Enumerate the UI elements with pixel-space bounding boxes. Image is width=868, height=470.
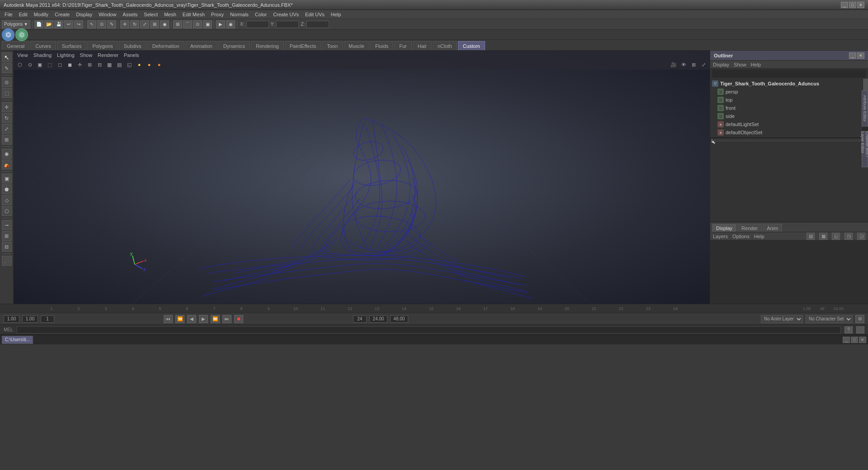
layer-toolbar-btn2[interactable]: ▦ [819, 233, 827, 240]
tree-item-objectset[interactable]: ◈ defaultObjectSet [710, 128, 863, 136]
extrude-btn[interactable]: ⬟ [2, 184, 12, 194]
context-dropdown[interactable]: Polygons ▼ [2, 20, 30, 28]
play-back-button[interactable]: ◀ [187, 315, 196, 323]
menu-edit-mesh[interactable]: Edit Mesh [180, 11, 208, 18]
close-button[interactable]: ✕ [857, 2, 864, 8]
layer-toolbar-btn3[interactable]: ◱ [832, 233, 840, 240]
tick-2[interactable]: 2 [65, 306, 92, 311]
tab-deformation[interactable]: Deformation [147, 41, 184, 50]
tick-20[interactable]: 20 [553, 306, 580, 311]
command-input[interactable] [17, 326, 841, 334]
tick-22[interactable]: 22 [608, 306, 635, 311]
lasso-tool[interactable]: ⊙ [97, 20, 106, 28]
menu-assets[interactable]: Assets [120, 11, 140, 18]
tick-10[interactable]: 10 [282, 306, 309, 311]
marquee-select-btn[interactable]: ⬚ [2, 88, 12, 98]
go-to-end-button[interactable]: ⏭ [222, 315, 231, 323]
camera-pan-btn[interactable]: 🎥 [2, 256, 12, 266]
vp-icon-expand[interactable]: ⤢ [699, 61, 708, 69]
tab-curves[interactable]: Curves [30, 41, 56, 50]
layer-tab-anim[interactable]: Anim [763, 224, 782, 232]
show-manip-btn[interactable]: ⊞ [2, 135, 12, 145]
tab-surfaces[interactable]: Surfaces [57, 41, 86, 50]
tick-1[interactable]: 1 [38, 306, 65, 311]
total-frame-input[interactable] [390, 315, 408, 323]
split-edge-btn[interactable]: ⊸ [2, 220, 12, 230]
tick-15[interactable]: 15 [418, 306, 445, 311]
tab-custom[interactable]: Custom [458, 41, 485, 50]
snap-curve-button[interactable]: ⌒ [183, 20, 192, 28]
maximize-button[interactable]: □ [849, 2, 856, 8]
move-tool[interactable]: ✛ [120, 20, 129, 28]
taskbar-item-maya[interactable]: C:\Users\ti... [2, 336, 33, 344]
bridge-btn[interactable]: ⬡ [2, 206, 12, 216]
outliner-minimize[interactable]: _ [849, 52, 856, 59]
layer-toolbar-btn5[interactable]: ◲ [857, 233, 865, 240]
layer-tab-display[interactable]: Display [712, 224, 736, 232]
outliner-search-input[interactable] [712, 70, 866, 78]
menu-select[interactable]: Select [141, 11, 160, 18]
snap-point-button[interactable]: ⊙ [193, 20, 202, 28]
snap-view-plane-button[interactable]: ▣ [203, 20, 212, 28]
rotate-tool[interactable]: ↻ [130, 20, 139, 28]
outliner-hscroll-track[interactable] [714, 139, 864, 142]
vp-icon-1[interactable]: ⬡ [15, 61, 24, 69]
outliner-hscrollbar[interactable]: ◀ ▶ [710, 137, 868, 143]
tab-general[interactable]: General [2, 41, 29, 50]
redo-button[interactable]: ↪ [74, 20, 83, 28]
tab-fluids[interactable]: Fluids [370, 41, 393, 50]
scale-tool[interactable]: ⤢ [140, 20, 149, 28]
frame-indicator[interactable] [41, 315, 54, 323]
vp-icon-grid[interactable]: ⊞ [689, 61, 698, 69]
layer-toolbar-btn4[interactable]: ◳ [844, 233, 853, 240]
tick-6[interactable]: 6 [174, 306, 201, 311]
tick-14[interactable]: 14 [391, 306, 418, 311]
x-input[interactable] [246, 21, 269, 28]
go-to-start-button[interactable]: ⏮ [164, 315, 173, 323]
viewport-menu-renderer[interactable]: Renderer [98, 52, 118, 58]
menu-color[interactable]: Color [252, 11, 269, 18]
channel-box-tab[interactable]: Channel Box / Layer Editor [862, 131, 868, 167]
tab-animation[interactable]: Animation [185, 41, 217, 50]
attribute-editor-tab[interactable]: Attribute Editor [862, 90, 868, 127]
tick-13[interactable]: 13 [363, 306, 391, 311]
tree-item-persp[interactable]: 🎥 persp [710, 88, 863, 96]
tick-19[interactable]: 19 [526, 306, 553, 311]
max-frame-input[interactable] [369, 315, 387, 323]
outliner-menu-show[interactable]: Show [734, 62, 746, 67]
tree-item-lightset[interactable]: ◈ defaultLightSet [710, 120, 863, 128]
menu-edit[interactable]: Edit [16, 11, 30, 18]
quick-launch-icon-1[interactable]: ⬡ [2, 28, 14, 41]
viewport-menu-shading[interactable]: Shading [33, 52, 52, 58]
menu-file[interactable]: File [2, 11, 15, 18]
outliner-menu-display[interactable]: Display [713, 62, 729, 67]
z-input[interactable] [307, 21, 329, 28]
snap-grid-button[interactable]: ⊞ [173, 20, 182, 28]
open-file-button[interactable]: 📂 [44, 20, 53, 28]
tick-18[interactable]: 18 [499, 306, 526, 311]
vp-icon-eye[interactable]: 👁 [679, 61, 688, 69]
tick-17[interactable]: 17 [472, 306, 499, 311]
viewport-menu-panels[interactable]: Panels [124, 52, 139, 58]
y-input[interactable] [276, 21, 299, 28]
tab-painteffects[interactable]: PaintEffects [285, 41, 321, 50]
tab-toon[interactable]: Toon [322, 41, 343, 50]
save-file-button[interactable]: 💾 [54, 20, 63, 28]
menu-mesh[interactable]: Mesh [161, 11, 179, 18]
play-forward-button[interactable]: ▶ [199, 315, 208, 323]
menu-create-uvs[interactable]: Create UVs [270, 11, 302, 18]
quick-launch-icon-2[interactable]: ⬡ [15, 28, 28, 41]
menu-create[interactable]: Create [52, 11, 72, 18]
vp-icon-11[interactable]: ▤ [115, 61, 124, 69]
vp-icon-4[interactable]: ⬚ [45, 61, 54, 69]
tick-24[interactable]: 24 [662, 306, 689, 311]
step-back-button[interactable]: ⏪ [175, 315, 184, 323]
menu-window[interactable]: Window [96, 11, 119, 18]
offset-edge-btn[interactable]: ⊟ [2, 242, 12, 252]
menu-modify[interactable]: Modify [31, 11, 51, 18]
tab-rendering[interactable]: Rendering [251, 41, 284, 50]
tree-item-front[interactable]: 🎥 front [710, 104, 863, 112]
outliner-close[interactable]: ✕ [857, 52, 864, 59]
tab-fur[interactable]: Fur [394, 41, 412, 50]
tick-8[interactable]: 8 [228, 306, 255, 311]
